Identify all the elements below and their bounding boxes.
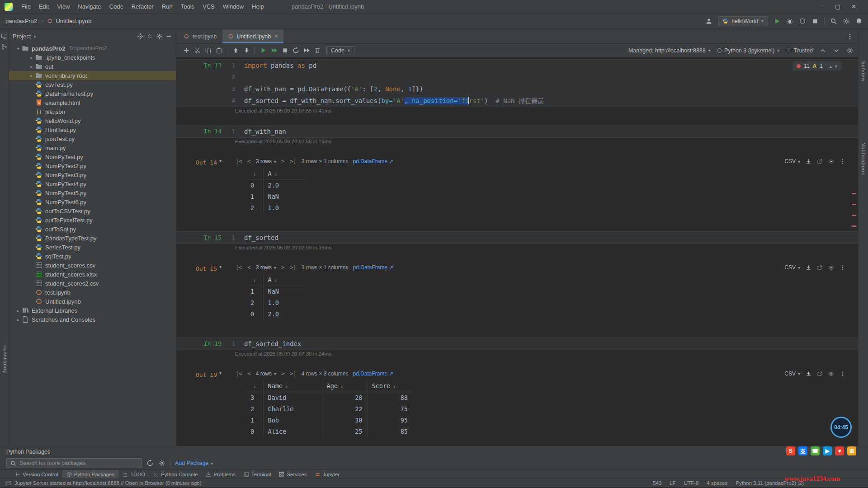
tree-item[interactable]: helloWorld.py bbox=[9, 116, 176, 125]
paste-cell-button[interactable] bbox=[213, 46, 224, 56]
tree-item[interactable]: SeriesTest.py bbox=[9, 243, 176, 252]
menu-refactor[interactable]: Refactor bbox=[127, 0, 158, 14]
tree-item[interactable]: HtmlTest.py bbox=[9, 125, 176, 134]
tab-untitled-ipynb[interactable]: Untitled.ipynb✕ bbox=[222, 29, 284, 43]
sort-icon[interactable]: ↕ bbox=[274, 172, 277, 177]
status-item[interactable]: 4 spaces bbox=[707, 480, 727, 486]
pager-next-icon[interactable]: > bbox=[281, 264, 285, 271]
export-format-dropdown[interactable]: CSV▾ bbox=[784, 371, 800, 377]
scroll-up-icon[interactable] bbox=[819, 47, 826, 54]
view-options-icon[interactable] bbox=[828, 159, 834, 164]
sort-icon[interactable]: ↕ bbox=[285, 384, 288, 389]
cell-type-dropdown[interactable]: Code ▾ bbox=[326, 46, 354, 55]
download-icon[interactable] bbox=[806, 371, 811, 377]
tree-item[interactable]: test.ipynb bbox=[9, 288, 176, 297]
panel-settings-icon[interactable] bbox=[156, 33, 163, 40]
menu-edit[interactable]: Edit bbox=[35, 0, 53, 14]
sciview-toolwindow-button[interactable]: SciView bbox=[861, 61, 866, 82]
hide-panel-icon[interactable] bbox=[165, 33, 172, 40]
tree-item[interactable]: PandasTypeTest.py bbox=[9, 234, 176, 243]
toolwindow-button-python-console[interactable]: Python Console bbox=[149, 470, 202, 479]
overlay-app-icon[interactable]: ♥ bbox=[835, 446, 844, 455]
error-stripe-mark[interactable] bbox=[852, 225, 856, 227]
move-cell-down-button[interactable] bbox=[241, 46, 252, 56]
tree-item[interactable]: ▸out bbox=[9, 62, 176, 71]
dataframe-type-link[interactable]: pd.DataFrame ↗ bbox=[353, 158, 393, 164]
copy-cell-button[interactable] bbox=[203, 46, 213, 56]
overlay-app-icon[interactable]: 支 bbox=[798, 446, 807, 455]
locate-file-icon[interactable] bbox=[137, 33, 144, 40]
tree-item[interactable]: ▸.ipynb_checkpoints bbox=[9, 53, 176, 62]
add-package-button[interactable]: Add Package ▾ bbox=[175, 460, 213, 466]
status-item[interactable]: UTF-8 bbox=[684, 480, 699, 486]
code-cell[interactable]: In 191df_sorted_index bbox=[176, 338, 858, 350]
pager-first-icon[interactable]: |< bbox=[235, 158, 242, 164]
pager-next-icon[interactable]: > bbox=[281, 371, 285, 377]
pager-first-icon[interactable]: |< bbox=[235, 371, 242, 377]
tree-item[interactable]: { }file.json bbox=[9, 107, 176, 116]
overlay-app-icon[interactable]: S bbox=[786, 446, 795, 455]
column-header-score[interactable]: Score↕ bbox=[367, 380, 412, 392]
tree-item[interactable]: outToCSVTest.py bbox=[9, 206, 176, 216]
menu-window[interactable]: Window bbox=[219, 0, 248, 14]
tree-item[interactable]: csvTest.py bbox=[9, 80, 176, 89]
breadcrumb-file[interactable]: Untitled.ipynb bbox=[56, 18, 91, 24]
pager-prev-icon[interactable]: < bbox=[247, 371, 251, 377]
column-header-a[interactable]: A↕ bbox=[263, 274, 306, 286]
overlay-app-icon[interactable]: ☎ bbox=[811, 446, 820, 455]
menu-view[interactable]: View bbox=[53, 0, 74, 14]
run-all-below-button[interactable] bbox=[301, 46, 312, 56]
column-header-a[interactable]: A↕ bbox=[263, 168, 306, 179]
view-options-icon[interactable] bbox=[828, 265, 834, 271]
view-options-icon[interactable] bbox=[828, 371, 834, 377]
tree-item[interactable]: ▾pandasPro2D:\pandasPro2 bbox=[9, 44, 176, 53]
status-message[interactable]: Jupyter Server started at http://localho… bbox=[14, 480, 202, 486]
restart-kernel-button[interactable] bbox=[290, 46, 301, 56]
index-column-header[interactable]: ↕ bbox=[246, 380, 263, 392]
scroll-down-icon[interactable] bbox=[833, 47, 840, 54]
menu-run[interactable]: Run bbox=[158, 0, 177, 14]
sort-icon[interactable]: ↕ bbox=[253, 384, 256, 389]
notifications-icon[interactable] bbox=[855, 18, 863, 25]
code-with-me-icon[interactable] bbox=[705, 18, 712, 25]
overlay-app-icon[interactable]: ▶ bbox=[823, 446, 832, 455]
trusted-checkbox[interactable]: Trusted bbox=[786, 47, 813, 54]
download-icon[interactable] bbox=[806, 265, 811, 271]
tree-item[interactable]: NumPyTest5.py bbox=[9, 188, 176, 197]
menu-navigate[interactable]: Navigate bbox=[74, 0, 105, 14]
status-item[interactable]: 543 bbox=[653, 480, 661, 486]
tree-item[interactable]: outToExcelTest.py bbox=[9, 216, 176, 225]
open-in-new-icon[interactable] bbox=[817, 371, 823, 377]
more-options-icon[interactable] bbox=[840, 265, 845, 271]
jupyter-server-dropdown[interactable]: Managed: http://localhost:8888 ▾ bbox=[628, 47, 711, 54]
tree-item[interactable]: student_scores.csv bbox=[9, 261, 176, 270]
package-search-box[interactable] bbox=[6, 458, 142, 468]
project-panel-title[interactable]: Project bbox=[13, 33, 31, 40]
rows-per-page-dropdown[interactable]: 3 rows▾ bbox=[256, 158, 276, 164]
download-icon[interactable] bbox=[806, 159, 811, 164]
tree-item[interactable]: outToSql.py bbox=[9, 225, 176, 234]
search-everywhere-icon[interactable] bbox=[830, 18, 837, 25]
rows-per-page-dropdown[interactable]: 3 rows▾ bbox=[256, 264, 276, 271]
menu-tools[interactable]: Tools bbox=[177, 0, 198, 14]
project-toolwindow-icon[interactable] bbox=[1, 33, 8, 40]
rows-per-page-dropdown[interactable]: 4 rows▾ bbox=[256, 371, 276, 377]
code-cell[interactable]: In 141df_with_nan bbox=[176, 125, 858, 138]
move-cell-up-button[interactable] bbox=[230, 46, 241, 56]
tab-test-ipynb[interactable]: test.ipynb bbox=[178, 29, 222, 43]
more-options-icon[interactable] bbox=[840, 159, 845, 164]
more-options-icon[interactable] bbox=[840, 371, 845, 377]
output-label[interactable]: Out 15 bbox=[176, 263, 217, 275]
code-cell[interactable]: In 131import pandas as pd23df_with_nan =… bbox=[176, 59, 858, 107]
collapse-all-icon[interactable] bbox=[146, 33, 153, 40]
index-column-header[interactable]: ↕ bbox=[246, 274, 263, 286]
minimize-button[interactable]: — bbox=[818, 3, 824, 10]
open-in-new-icon[interactable] bbox=[817, 265, 823, 271]
export-format-dropdown[interactable]: CSV▾ bbox=[784, 158, 800, 164]
run-all-button[interactable] bbox=[269, 46, 279, 56]
toolwindow-button-version-control[interactable]: Version Control bbox=[11, 470, 62, 479]
refresh-icon[interactable] bbox=[146, 460, 154, 467]
tree-item[interactable]: NumPyTest.py bbox=[9, 152, 176, 161]
error-stripe-mark[interactable] bbox=[852, 193, 856, 194]
pager-last-icon[interactable]: >| bbox=[289, 158, 297, 164]
